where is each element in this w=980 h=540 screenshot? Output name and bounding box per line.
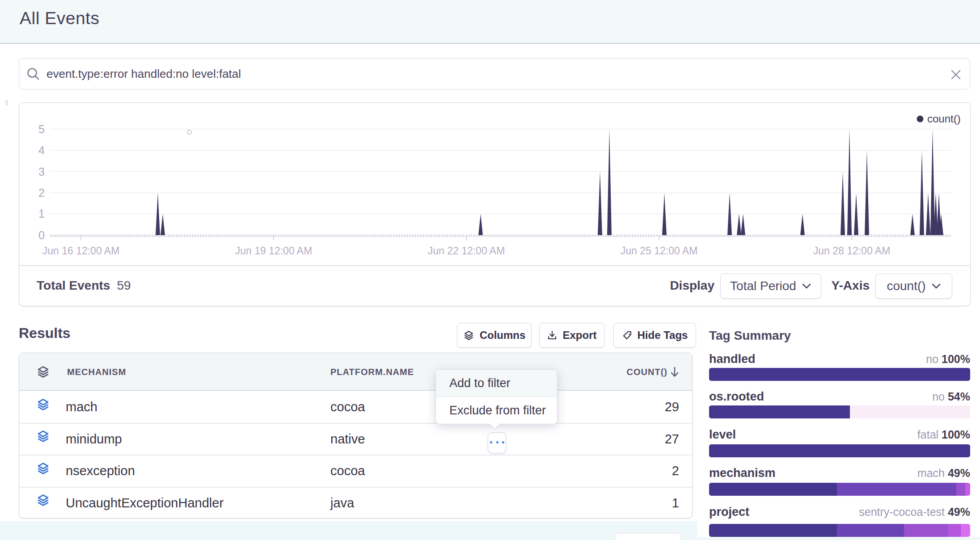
- svg-text:1: 1: [38, 207, 45, 220]
- svg-text:5: 5: [38, 123, 45, 135]
- svg-text:3: 3: [38, 165, 45, 178]
- svg-text:Jun 16 12:00 AM: Jun 16 12:00 AM: [42, 245, 120, 257]
- svg-text:count(): count(): [927, 113, 961, 125]
- svg-text:Jun 22 12:00 AM: Jun 22 12:00 AM: [428, 245, 505, 257]
- svg-text:2: 2: [38, 186, 45, 199]
- svg-text:4: 4: [38, 144, 45, 156]
- svg-text:Jun 19 12:00 AM: Jun 19 12:00 AM: [235, 245, 313, 257]
- svg-text:Jun 25 12:00 AM: Jun 25 12:00 AM: [621, 245, 698, 257]
- svg-text:Jun 28 12:00 AM: Jun 28 12:00 AM: [813, 245, 891, 257]
- svg-text:0: 0: [38, 229, 45, 241]
